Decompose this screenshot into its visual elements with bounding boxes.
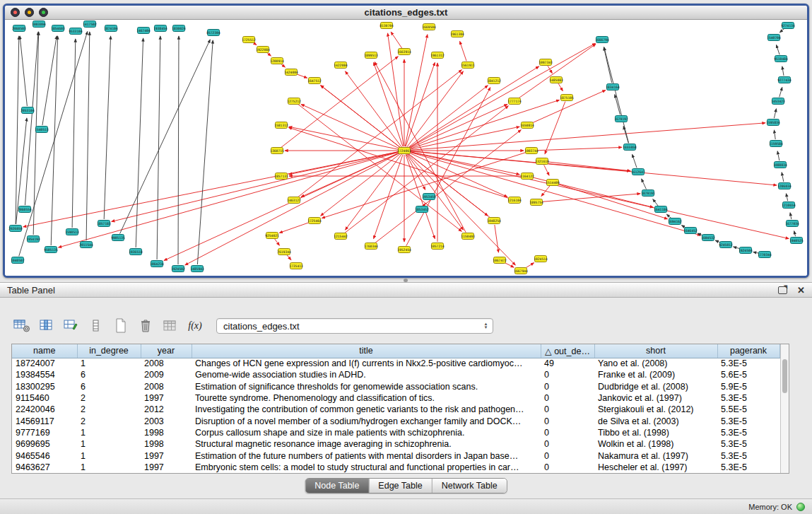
- graph-node[interactable]: [81, 242, 93, 248]
- graph-node[interactable]: [381, 23, 393, 29]
- table-cell[interactable]: Dudbridge et al. (2008): [594, 381, 717, 392]
- tab-node-table[interactable]: Node Table: [305, 479, 369, 493]
- graph-node[interactable]: [271, 148, 283, 154]
- graph-node[interactable]: [155, 25, 167, 32]
- graph-node[interactable]: [151, 261, 163, 267]
- graph-node[interactable]: [266, 233, 278, 239]
- table-cell[interactable]: 0: [541, 438, 594, 450]
- table-cell[interactable]: 1998: [141, 427, 192, 438]
- graph-node[interactable]: [655, 206, 667, 213]
- table-row[interactable]: 1872400712008Changes of HCN gene express…: [12, 358, 779, 369]
- table-cell[interactable]: 0: [541, 450, 594, 461]
- graph-node[interactable]: [488, 218, 500, 224]
- graph-node[interactable]: [642, 190, 654, 197]
- table-cell[interactable]: Changes of HCN gene expression and I(f) …: [192, 358, 541, 369]
- table-cell[interactable]: 1: [77, 358, 141, 369]
- table-cell[interactable]: 0: [541, 369, 594, 380]
- table-cell[interactable]: 5.3E-5: [717, 462, 779, 473]
- table-row[interactable]: 969969511998Structural magnetic resonanc…: [12, 438, 779, 450]
- graph-node[interactable]: [462, 62, 474, 69]
- table-cell[interactable]: 9115460: [12, 392, 77, 404]
- table-cell[interactable]: Yano et al. (2008): [594, 358, 717, 369]
- table-cell[interactable]: 14569117: [12, 415, 77, 426]
- graph-node[interactable]: [66, 229, 78, 235]
- column-header-pagerank[interactable]: pagerank: [717, 344, 779, 358]
- table-cell[interactable]: Nakamura et al. (1997): [594, 450, 717, 461]
- table-cell[interactable]: 6: [77, 381, 141, 392]
- edit-table-icon[interactable]: [62, 317, 81, 334]
- graph-node[interactable]: [70, 28, 82, 35]
- zoom-window-button[interactable]: [39, 8, 48, 17]
- graph-node[interactable]: [770, 141, 782, 147]
- table-row[interactable]: 1830029562008Estimation of significance …: [12, 381, 779, 392]
- table-cell[interactable]: 6: [77, 369, 141, 380]
- table-cell[interactable]: 18300295: [12, 381, 77, 392]
- graph-node[interactable]: [540, 59, 552, 66]
- graph-node[interactable]: [669, 218, 681, 225]
- graph-node[interactable]: [84, 21, 96, 28]
- table-cell[interactable]: Franke et al. (2009): [594, 369, 717, 380]
- graph-node[interactable]: [561, 95, 573, 101]
- column-header-title[interactable]: title: [192, 344, 541, 358]
- table-cell[interactable]: Embryonic stem cells: a model to study s…: [192, 462, 541, 473]
- delete-icon[interactable]: [136, 317, 155, 334]
- graph-node[interactable]: [112, 235, 124, 241]
- graph-node[interactable]: [768, 35, 780, 41]
- table-cell[interactable]: 0: [541, 462, 594, 473]
- table-cell[interactable]: 9463627: [12, 462, 77, 473]
- table-row[interactable]: 977716911998Corpus callosum shape and si…: [12, 427, 779, 438]
- graph-node[interactable]: [547, 180, 559, 186]
- table-cell[interactable]: 2003: [141, 415, 192, 426]
- graph-node[interactable]: [399, 247, 411, 253]
- graph-node[interactable]: [416, 206, 428, 213]
- graph-node[interactable]: [522, 173, 534, 180]
- graph-node[interactable]: [515, 268, 527, 274]
- minimize-window-button[interactable]: [25, 8, 34, 17]
- graph-node[interactable]: [423, 24, 435, 30]
- graph-node[interactable]: [278, 249, 290, 255]
- table-cell[interactable]: Structural magnetic resonance image aver…: [192, 438, 541, 450]
- graph-node[interactable]: [607, 84, 619, 90]
- table-row[interactable]: 1456911722003Disruption of a novel membe…: [12, 415, 779, 426]
- table-cell[interactable]: Corpus callosum shape and size in male p…: [192, 427, 541, 438]
- graph-node[interactable]: [616, 116, 628, 122]
- create-column-icon[interactable]: [13, 317, 31, 334]
- graph-node[interactable]: [309, 218, 321, 224]
- graph-node[interactable]: [192, 266, 204, 272]
- table-cell[interactable]: 1: [77, 438, 141, 450]
- table-cell[interactable]: 5.3E-5: [717, 427, 779, 438]
- graph-node[interactable]: [335, 233, 347, 240]
- column-header-out_de[interactable]: △ out_de…: [541, 344, 594, 358]
- graph-node[interactable]: [536, 158, 548, 165]
- table-row[interactable]: 946362711997Embryonic stem cells: a mode…: [12, 462, 779, 473]
- graph-node[interactable]: [399, 49, 411, 55]
- table-cell[interactable]: 2: [77, 392, 141, 404]
- graph-node[interactable]: [596, 37, 608, 43]
- graph-node[interactable]: [130, 249, 142, 255]
- graph-node[interactable]: [19, 206, 31, 213]
- table-row[interactable]: 2242004622012Investigating the contribut…: [12, 404, 779, 415]
- table-cell[interactable]: 5.3E-5: [717, 415, 779, 426]
- table-cell[interactable]: 2009: [141, 369, 192, 380]
- graph-node[interactable]: [173, 25, 185, 32]
- table-row[interactable]: 946554611997Estimation of the future num…: [12, 450, 779, 461]
- graph-node[interactable]: [243, 37, 255, 43]
- table-cell[interactable]: Tourette syndrome. Phenomenology and cla…: [192, 392, 541, 404]
- graph-node[interactable]: [432, 243, 444, 250]
- graph-node[interactable]: [257, 47, 269, 53]
- graph-node[interactable]: [779, 183, 791, 189]
- table-cell[interactable]: 0: [541, 404, 594, 415]
- table-cell[interactable]: 22420046: [12, 404, 77, 415]
- table-cell[interactable]: Estimation of the future numbers of pati…: [192, 450, 541, 461]
- graph-node[interactable]: [13, 25, 25, 32]
- graph-node[interactable]: [787, 221, 799, 227]
- tab-network-table[interactable]: Network Table: [433, 479, 507, 493]
- graph-node[interactable]: [759, 252, 771, 258]
- graph-node[interactable]: [791, 238, 803, 244]
- table-cell[interactable]: 5.3E-5: [717, 450, 779, 461]
- graph-node[interactable]: [775, 162, 787, 168]
- table-cell[interactable]: 1997: [141, 450, 192, 461]
- column-header-in_degree[interactable]: in_degree: [77, 344, 141, 358]
- graph-node[interactable]: [98, 221, 110, 227]
- table-cell[interactable]: 9777169: [12, 427, 77, 438]
